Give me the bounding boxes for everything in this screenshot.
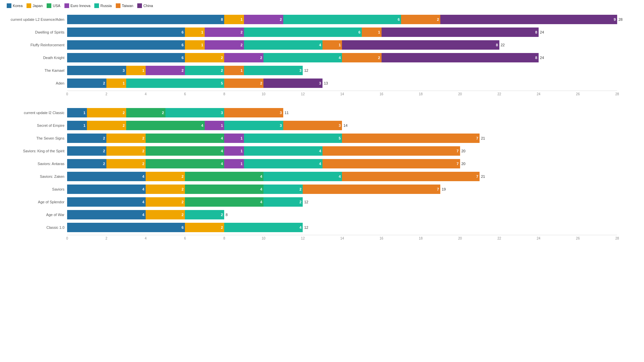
bar-segment-0-5: 9 (440, 15, 617, 24)
section1-area: current update L2 Essence/Aden81262928Dw… (67, 14, 617, 97)
bar-segment-4-0: 2 (67, 159, 106, 168)
bar-row-0: current update l2 Classic1223311 (67, 107, 617, 118)
legend-label: China (143, 4, 153, 8)
row-label-7: Age of Splendor (6, 200, 64, 204)
bar-row-7: Age of Splendor424212 (67, 197, 617, 207)
x-tick-10: 10 (262, 92, 265, 96)
bar-segment-1-1: 1 (185, 28, 205, 37)
bar-segment-1-5: 3 (283, 121, 342, 130)
section1-xaxis: 0246810121416182022242628 (67, 91, 617, 97)
bar-segment-2-1: 1 (185, 40, 205, 50)
bar-segment-6-0: 4 (67, 185, 146, 194)
bar-segment-5-0: 2 (67, 79, 106, 88)
total-label-3: 24 (540, 56, 544, 60)
legend-label: Russia (100, 4, 112, 8)
bar-row-5: Aden2152313 (67, 78, 617, 89)
row-label-0: current update L2 Essence/Aden (6, 17, 64, 21)
bars-1: 61261824 (67, 28, 539, 37)
bar-segment-2-0: 2 (67, 134, 106, 143)
x-tick-22: 22 (497, 237, 501, 240)
legend-color (137, 3, 142, 8)
x-tick-2: 2 (105, 92, 107, 96)
bar-segment-3-4: 4 (244, 146, 323, 156)
section1-bars: current update L2 Essence/Aden81262928Dw… (67, 14, 617, 89)
bar-row-9: Classic 1.062412 (67, 222, 617, 233)
x-tick-20: 20 (458, 92, 462, 96)
bar-row-8: Age of War4228 (67, 209, 617, 220)
section2-container: current update l2 Classic1223311Secret o… (67, 107, 617, 242)
bar-segment-0-1: 1 (224, 15, 244, 24)
x-tick-14: 14 (340, 92, 344, 96)
x-tick-22: 22 (497, 92, 501, 96)
bar-segment-1-0: 6 (67, 28, 185, 37)
bar-segment-6-4: 7 (303, 185, 440, 194)
bar-segment-2-2: 2 (205, 40, 244, 50)
bar-segment-0-0: 8 (67, 15, 224, 24)
x-tick-12: 12 (301, 237, 305, 240)
bar-segment-2-4: 5 (244, 134, 342, 143)
legend-color (7, 3, 11, 8)
bar-row-2: The Seven Signs22415721 (67, 133, 617, 144)
bars-9: 62412 (67, 223, 303, 232)
bars-1: 12413314 (67, 121, 342, 130)
bar-segment-5-0: 4 (67, 172, 146, 181)
bar-segment-4-5: 3 (244, 66, 303, 75)
bar-segment-7-3: 2 (263, 197, 303, 207)
x-tick-28: 28 (615, 92, 619, 96)
bar-segment-9-0: 6 (67, 223, 185, 232)
bar-segment-9-1: 2 (185, 223, 224, 232)
total-label-8: 8 (226, 213, 228, 217)
bar-segment-2-4: 1 (323, 40, 342, 50)
x-tick-14: 14 (340, 237, 344, 240)
total-label-3: 20 (461, 149, 465, 153)
bar-segment-1-3: 6 (244, 28, 362, 37)
bar-segment-1-0: 1 (67, 121, 87, 130)
bar-segment-6-1: 2 (146, 185, 185, 194)
bar-row-5: Saviors: Zaken4244721 (67, 171, 617, 182)
bar-segment-3-1: 2 (185, 53, 224, 62)
bar-segment-2-5: 7 (342, 134, 480, 143)
bar-segment-2-3: 1 (224, 134, 244, 143)
x-tick-4: 4 (145, 237, 147, 240)
section2-xaxis: 0246810121416182022242628 (67, 235, 617, 242)
bar-segment-5-1: 2 (146, 172, 185, 181)
bar-segment-5-3: 4 (263, 172, 342, 181)
bar-segment-1-4: 1 (362, 28, 382, 37)
legend-color (64, 3, 69, 8)
total-label-4: 20 (461, 162, 465, 166)
bar-row-6: Saviors4242719 (67, 184, 617, 195)
bar-segment-2-2: 4 (146, 134, 224, 143)
row-label-2: The Seven Signs (6, 136, 64, 140)
bar-segment-5-2: 4 (185, 172, 263, 181)
total-label-0: 11 (285, 111, 289, 115)
bar-segment-4-0: 3 (67, 66, 126, 75)
bar-segment-5-2: 5 (126, 79, 225, 88)
bars-7: 424212 (67, 197, 303, 207)
row-label-4: Saviors: Antaras (6, 162, 64, 166)
legend-label: Japan (33, 4, 43, 8)
bar-segment-8-1: 2 (146, 210, 185, 219)
chart-legend: KoreaJapanUSAEuro InnovaRussiaTaiwanChin… (7, 3, 637, 8)
bars-2: 61241822 (67, 40, 499, 50)
total-label-0: 28 (618, 17, 623, 21)
bar-segment-3-5: 7 (323, 146, 460, 156)
bar-segment-3-2: 2 (224, 53, 263, 62)
total-label-5: 13 (324, 81, 328, 85)
x-tick-16: 16 (380, 92, 383, 96)
bar-segment-4-1: 2 (106, 159, 146, 168)
bar-segment-2-3: 4 (244, 40, 323, 50)
bar-segment-3-3: 4 (263, 53, 342, 62)
bar-segment-3-5: 8 (382, 53, 539, 62)
total-label-2: 21 (481, 136, 485, 140)
section2-area: current update l2 Classic1223311Secret o… (67, 107, 617, 242)
bar-segment-1-1: 2 (87, 121, 126, 130)
bars-0: 1223311 (67, 108, 283, 117)
x-tick-26: 26 (576, 237, 580, 240)
bar-segment-6-3: 2 (263, 185, 303, 194)
row-label-6: Saviors (6, 187, 64, 191)
bar-row-2: Fluffy Reinforcement61241822 (67, 40, 617, 50)
legend-item-russia: Russia (94, 3, 112, 8)
row-label-1: Secret of Empire (6, 123, 64, 127)
bar-row-3: Saviors: King of the Spirit22414720 (67, 146, 617, 156)
bar-segment-4-3: 2 (185, 66, 224, 75)
